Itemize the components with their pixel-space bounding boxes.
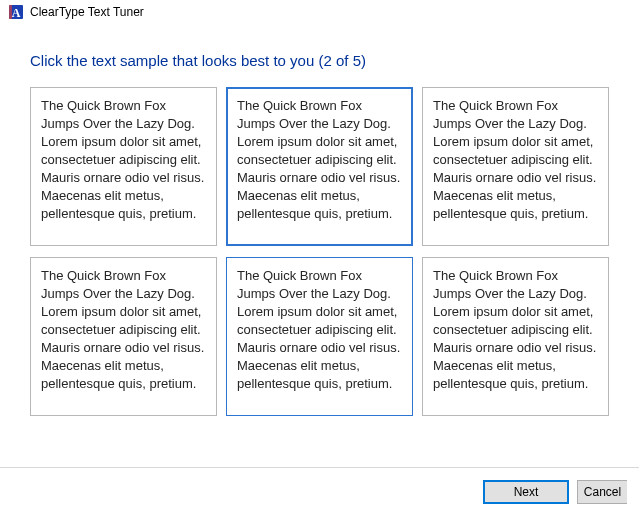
text-sample-5[interactable]: The Quick Brown Fox Jumps Over the Lazy … (226, 257, 413, 416)
window-title: ClearType Text Tuner (30, 5, 144, 19)
text-sample-3[interactable]: The Quick Brown Fox Jumps Over the Lazy … (422, 87, 609, 246)
text-sample-2[interactable]: The Quick Brown Fox Jumps Over the Lazy … (226, 87, 413, 246)
sample-grid: The Quick Brown Fox Jumps Over the Lazy … (0, 87, 639, 416)
cleartype-app-icon: A (8, 4, 24, 20)
text-sample-4[interactable]: The Quick Brown Fox Jumps Over the Lazy … (30, 257, 217, 416)
cancel-button[interactable]: Cancel (577, 480, 627, 504)
title-bar: A ClearType Text Tuner (0, 0, 639, 22)
footer-bar: Next Cancel (0, 467, 639, 516)
svg-text:A: A (12, 6, 21, 20)
instruction-text: Click the text sample that looks best to… (0, 22, 639, 87)
text-sample-1[interactable]: The Quick Brown Fox Jumps Over the Lazy … (30, 87, 217, 246)
svg-rect-2 (9, 5, 12, 19)
next-button[interactable]: Next (483, 480, 569, 504)
text-sample-6[interactable]: The Quick Brown Fox Jumps Over the Lazy … (422, 257, 609, 416)
